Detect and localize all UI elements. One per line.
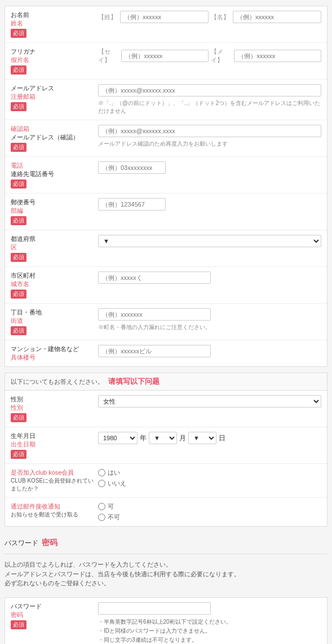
city-label-cell: 市区町村 城市名 必須 bbox=[11, 271, 98, 299]
birthdate-year-select[interactable]: 1980 bbox=[98, 432, 138, 444]
email-confirm-inputs: メールアドレス確認のため再度入力をお願いします bbox=[98, 125, 321, 148]
birthdate-inputs: 1980 年 ▼ 月 ▼ 日 bbox=[98, 432, 321, 444]
birthdate-label-cell: 生年月日 出生日期 必須 bbox=[11, 432, 98, 459]
password-desc-1: 以上の項目でよろしれば、パスワードを入力してください。 bbox=[5, 560, 327, 569]
name-required: 必須 bbox=[11, 29, 26, 38]
last-name-input[interactable] bbox=[120, 11, 209, 23]
club-kose-no-label[interactable]: いいえ bbox=[98, 479, 321, 488]
postal-input[interactable] bbox=[98, 198, 166, 211]
name-address-section: お名前 姓名 必須 【姓】 【名】 フリガナ 假片名 必須 【セイ】 bbox=[5, 6, 327, 367]
mail-notify-sub: お知らせを郵送で受け取る bbox=[11, 511, 78, 519]
mail-notify-label-cell: 通过邮件接收通知 お知らせを郵送で受け取る bbox=[11, 502, 98, 519]
street-inputs: ※町名・番地の入力漏れにご注意ください。 bbox=[98, 308, 321, 331]
password-row: パスワード 密码 必須 ・半角英数字記号6杯以上20桁以下で設定ください。 ・I… bbox=[5, 598, 327, 645]
gender-row: 性別 性別 必須 女性 男性 bbox=[5, 391, 327, 427]
email-confirm-top: 確認箱 bbox=[11, 125, 79, 133]
password-header: パスワード 密码 bbox=[0, 532, 332, 550]
mail-notify-row: 通过邮件接收通知 お知らせを郵送で受け取る 可 不可 bbox=[5, 498, 327, 526]
password-rule-1: ・半角英数字記号6杯以上20桁以下で設定ください。 bbox=[98, 617, 321, 627]
prefecture-label-ja: 都道府県 bbox=[11, 235, 36, 243]
club-kose-no-radio[interactable] bbox=[98, 480, 105, 487]
extra-title-ja: 以下についてもお答えください。 bbox=[11, 378, 104, 386]
email-confirm-label-cell: 確認箱 メールアドレス（確認） 必須 bbox=[11, 125, 98, 152]
furigana-label-ja: フリガナ bbox=[11, 47, 36, 56]
mei-bracket: 【名】 bbox=[211, 13, 229, 21]
password-input[interactable] bbox=[98, 602, 211, 615]
street-row: 丁目・番地 街道 必須 ※町名・番地の入力漏れにご注意ください。 bbox=[5, 304, 327, 340]
prefecture-label-cell: 都道府県 区 必須 bbox=[11, 235, 98, 262]
city-row: 市区町村 城市名 必須 bbox=[5, 267, 327, 304]
password-label-ja: パスワード bbox=[11, 602, 42, 611]
year-label: 年 bbox=[140, 433, 147, 443]
birthdate-label-ja: 生年月日 bbox=[11, 432, 36, 440]
mail-notify-yes-radio[interactable] bbox=[98, 503, 105, 510]
phone-label-ja: 連絡先電話番号 bbox=[11, 170, 54, 178]
mail-notify-yes-text: 可 bbox=[108, 502, 114, 511]
extra-title-cn: 请填写以下问题 bbox=[108, 376, 160, 387]
prefecture-select[interactable]: ▼ 東京都 大阪府 愛知県 神奈川県 bbox=[98, 235, 321, 247]
mail-notify-no-radio[interactable] bbox=[98, 514, 105, 521]
city-label-cn: 城市名 bbox=[11, 280, 36, 288]
birthdate-day-select[interactable]: ▼ bbox=[188, 432, 216, 444]
street-label-cell: 丁目・番地 街道 必須 bbox=[11, 308, 98, 335]
prefecture-inputs: ▼ 東京都 大阪府 愛知県 神奈川県 bbox=[98, 235, 321, 247]
postal-label-cn: 部編 bbox=[11, 207, 36, 215]
furigana-inputs: 【セイ】 【メイ】 bbox=[98, 47, 321, 64]
city-inputs bbox=[98, 271, 321, 284]
password-title-ja: パスワード bbox=[5, 538, 38, 548]
email-row: メールアドレス 注册邮箱 必須 ※「.」（@の前にドット）」、「..」（ドット2… bbox=[5, 80, 327, 120]
street-label-ja-top: 丁目・番地 bbox=[11, 308, 42, 317]
first-name-input[interactable] bbox=[233, 11, 321, 23]
email-label-ja: メールアドレス bbox=[11, 84, 54, 93]
prefecture-row: 都道府県 区 必須 ▼ 東京都 大阪府 愛知県 神奈川県 bbox=[5, 230, 327, 267]
password-description: 以上の項目でよろしれば、パスワードを入力してください。 メールアドレスとパスワー… bbox=[0, 558, 332, 592]
email-confirm-label-ja: メールアドレス（確認） bbox=[11, 133, 79, 142]
extra-section: 以下についてもお答えください。 请填写以下问题 性別 性別 必須 女性 男性 生… bbox=[5, 373, 327, 527]
building-input[interactable] bbox=[98, 345, 211, 357]
password-divider bbox=[5, 554, 327, 554]
password-rules: ・半角英数字記号6杯以上20桁以下で設定ください。 ・IDと同様のパスワードは入… bbox=[98, 617, 321, 645]
building-label-ja: マンション・建物名など bbox=[11, 345, 79, 353]
extra-title-bar: 以下についてもお答えください。 请填写以下问题 bbox=[5, 373, 327, 391]
email-confirm-row: 確認箱 メールアドレス（確認） 必須 メールアドレス確認のため再度入力をお願いし… bbox=[5, 120, 327, 157]
street-required: 必須 bbox=[11, 326, 26, 335]
building-inputs bbox=[98, 345, 321, 357]
password-rule-2: ・IDと同様のパスワードは入力できません。 bbox=[98, 627, 321, 636]
email-confirm-hint: メールアドレス確認のため再度入力をお願いします bbox=[98, 140, 321, 148]
email-confirm-input[interactable] bbox=[98, 125, 321, 137]
day-label: 日 bbox=[219, 433, 225, 443]
mail-notify-no-label[interactable]: 不可 bbox=[98, 513, 321, 522]
last-name-kana-input[interactable] bbox=[121, 50, 209, 62]
phone-label-cell: 電話 連絡先電話番号 必須 bbox=[11, 161, 98, 189]
birthdate-label-cn: 出生日期 bbox=[11, 440, 36, 449]
email-confirm-required: 必須 bbox=[11, 143, 26, 152]
club-kose-yes-label[interactable]: はい bbox=[98, 468, 321, 477]
phone-inputs bbox=[98, 161, 321, 174]
password-title-cn: 密码 bbox=[42, 538, 57, 548]
mail-notify-yes-label[interactable]: 可 bbox=[98, 502, 321, 511]
prefecture-label-cn: 区 bbox=[11, 243, 36, 252]
password-inputs: ・半角英数字記号6杯以上20桁以下で設定ください。 ・IDと同様のパスワードは入… bbox=[98, 602, 321, 645]
street-hint: ※町名・番地の入力漏れにご注意ください。 bbox=[98, 323, 321, 331]
first-name-kana-input[interactable] bbox=[234, 50, 321, 62]
email-input[interactable] bbox=[98, 84, 321, 97]
name-row: お名前 姓名 必須 【姓】 【名】 bbox=[5, 6, 327, 43]
birthdate-month-select[interactable]: ▼ bbox=[149, 432, 177, 444]
furigana-label-cell: フリガナ 假片名 必須 bbox=[11, 47, 98, 75]
month-label: 月 bbox=[179, 433, 186, 443]
gender-label-ja: 性別 bbox=[11, 395, 23, 404]
mei-kana-bracket: 【メイ】 bbox=[211, 47, 231, 64]
gender-select[interactable]: 女性 男性 bbox=[98, 395, 321, 408]
password-label-cn: 密码 bbox=[11, 611, 42, 619]
club-kose-yes-radio[interactable] bbox=[98, 469, 105, 476]
password-desc-3: 必ず忘れないものをご登録ください。 bbox=[5, 579, 327, 588]
name-inputs: 【姓】 【名】 bbox=[98, 11, 321, 23]
phone-top: 電話 bbox=[11, 161, 54, 170]
password-section: パスワード 密码 必須 ・半角英数字記号6杯以上20桁以下で設定ください。 ・I… bbox=[5, 597, 327, 645]
street-input[interactable] bbox=[98, 308, 211, 321]
mail-notify-inputs: 可 不可 bbox=[98, 502, 321, 522]
city-input[interactable] bbox=[98, 271, 211, 284]
club-kose-yes-text: はい bbox=[108, 468, 120, 477]
phone-input[interactable] bbox=[98, 161, 166, 174]
email-inputs: ※「.」（@の前にドット）」、「..」（ドット2つ）を含むメールアドレスはご利用… bbox=[98, 84, 321, 115]
